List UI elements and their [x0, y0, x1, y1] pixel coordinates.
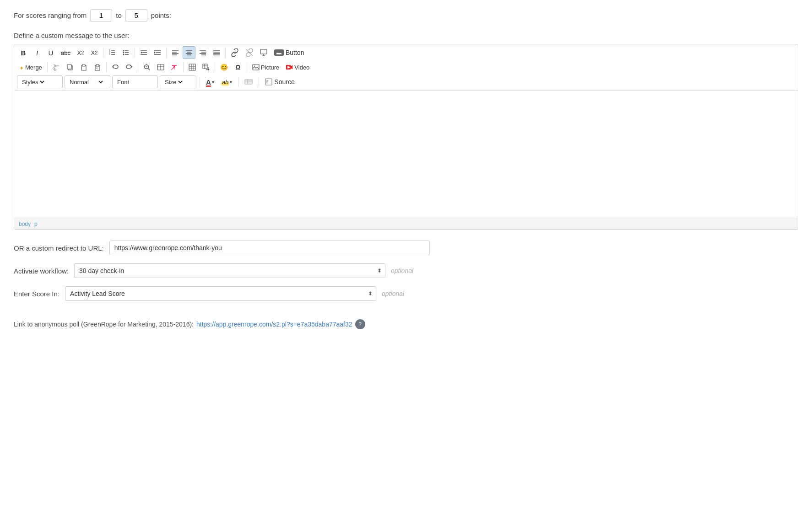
svg-rect-57 — [189, 64, 195, 70]
sep-8 — [183, 62, 184, 72]
table-button[interactable] — [186, 61, 199, 74]
paste-button[interactable] — [77, 61, 90, 74]
align-left-icon — [172, 49, 179, 56]
undo-button[interactable] — [109, 61, 122, 74]
svg-line-51 — [148, 69, 150, 70]
find-button[interactable] — [141, 61, 153, 74]
styles-select[interactable]: Styles — [20, 78, 46, 86]
special-char-button[interactable]: Ω — [232, 61, 244, 74]
format-block-icon — [157, 64, 164, 71]
score-field-select-wrapper: Activity Lead Score Lead Score Engagemen… — [65, 286, 376, 301]
link-button[interactable] — [228, 46, 242, 59]
emoji-button[interactable]: 😊 — [217, 61, 231, 74]
align-left-button[interactable] — [169, 46, 182, 59]
picture-icon — [252, 64, 260, 70]
video-button[interactable]: Video — [283, 61, 312, 74]
sep-7 — [138, 62, 138, 72]
superscript-button[interactable]: X2 — [88, 46, 101, 59]
block-format-icon — [244, 78, 253, 86]
font-dropdown[interactable]: Font Arial Times New Roman Courier — [112, 75, 158, 88]
anonymous-poll-prefix: Link to anonymous poll (GreenRope for Ma… — [14, 321, 194, 328]
format-dropdown[interactable]: Normal Heading 1 Heading 2 Heading 3 — [65, 75, 110, 88]
source-icon — [265, 78, 272, 86]
block-format-button[interactable] — [242, 75, 255, 88]
highlight-button[interactable]: ab ▾ — [219, 75, 235, 88]
svg-text:3: 3 — [109, 53, 110, 55]
button-pill-icon: ▬ — [274, 49, 284, 56]
cut-button[interactable] — [50, 61, 63, 74]
font-color-icon: A — [206, 78, 211, 86]
define-message-label: Define a custom message to the user: — [14, 32, 798, 39]
unlink-button[interactable] — [243, 46, 256, 59]
align-right-button[interactable] — [196, 46, 209, 59]
svg-point-41 — [54, 69, 56, 71]
source-button[interactable]: Source — [262, 75, 297, 88]
align-right-icon — [199, 49, 206, 56]
statusbar-p[interactable]: p — [34, 221, 38, 227]
format-block-button[interactable] — [154, 61, 167, 74]
size-dropdown[interactable]: Size 8 10 12 14 — [160, 75, 196, 88]
table-resize-button[interactable] — [200, 61, 212, 74]
editor-content-area[interactable] — [14, 91, 798, 219]
styles-dropdown[interactable]: Styles — [17, 75, 63, 88]
indent-button[interactable] — [151, 46, 164, 59]
svg-text:A: A — [96, 67, 98, 70]
redo-icon — [125, 64, 133, 71]
sep-9 — [215, 62, 215, 72]
svg-marker-15 — [141, 52, 142, 54]
button-insert-button[interactable]: ▬ Button — [271, 46, 307, 59]
svg-rect-76 — [265, 79, 272, 85]
anonymous-poll-row: Link to anonymous poll (GreenRope for Ma… — [14, 319, 798, 329]
merge-label: Merge — [25, 64, 42, 71]
toolbar-row-1: B I U abc X2 X2 123 — [17, 46, 795, 59]
sep-5 — [47, 62, 48, 72]
strikethrough-button[interactable]: abc — [58, 46, 73, 59]
sep-4 — [225, 48, 226, 58]
size-select[interactable]: Size 8 10 12 14 — [163, 78, 184, 86]
score-from-input[interactable] — [90, 9, 112, 21]
toolbar-row-2: ⬧ Merge A — [17, 61, 795, 74]
help-icon[interactable]: ? — [355, 319, 365, 329]
italic-button[interactable]: I — [31, 46, 43, 59]
redirect-url-input[interactable] — [109, 241, 430, 255]
font-color-button[interactable]: A ▾ — [203, 75, 217, 88]
editor-statusbar: body p — [14, 219, 798, 229]
score-field-select[interactable]: Activity Lead Score Lead Score Engagemen… — [65, 286, 376, 301]
workflow-row: Activate workflow: 30 day check-in No Wo… — [14, 263, 798, 278]
unordered-list-button[interactable] — [119, 46, 132, 59]
justify-icon — [213, 49, 220, 56]
score-to-input[interactable] — [125, 9, 147, 21]
find-icon — [143, 64, 151, 71]
picture-label: Picture — [261, 64, 279, 71]
unordered-list-icon — [122, 49, 130, 56]
anonymous-poll-link[interactable]: https://app.greenrope.com/s2.pl?s=e7a35d… — [196, 321, 352, 328]
score-field-optional: optional — [382, 290, 404, 297]
svg-rect-44 — [67, 64, 71, 69]
redo-button[interactable] — [123, 61, 135, 74]
outdent-button[interactable] — [137, 46, 150, 59]
underline-button[interactable]: U — [44, 46, 57, 59]
video-label: Video — [294, 64, 309, 71]
copy-button[interactable] — [64, 61, 76, 74]
picture-button[interactable]: Picture — [249, 61, 282, 74]
format-select[interactable]: Normal Heading 1 Heading 2 Heading 3 — [68, 78, 104, 86]
table-resize-icon — [202, 64, 210, 71]
svg-point-9 — [123, 50, 124, 52]
bold-button[interactable]: B — [17, 46, 30, 59]
justify-button[interactable] — [210, 46, 223, 59]
workflow-label: Activate workflow: — [14, 267, 69, 275]
svg-point-10 — [123, 52, 124, 54]
svg-point-11 — [123, 54, 124, 55]
anchor-button[interactable] — [257, 46, 270, 59]
remove-format-button[interactable] — [168, 61, 181, 74]
statusbar-body[interactable]: body — [19, 221, 31, 227]
workflow-select[interactable]: 30 day check-in No Workflow Follow Up Ne… — [74, 263, 385, 278]
redirect-row: OR a custom redirect to URL: — [14, 241, 798, 255]
sep-2 — [135, 48, 135, 58]
subscript-button[interactable]: X2 — [74, 46, 87, 59]
align-center-button[interactable] — [183, 46, 195, 59]
paste-text-button[interactable]: A — [91, 61, 104, 74]
ordered-list-button[interactable]: 123 — [106, 46, 119, 59]
sep-3 — [166, 48, 167, 58]
merge-button[interactable]: ⬧ Merge — [17, 61, 45, 74]
